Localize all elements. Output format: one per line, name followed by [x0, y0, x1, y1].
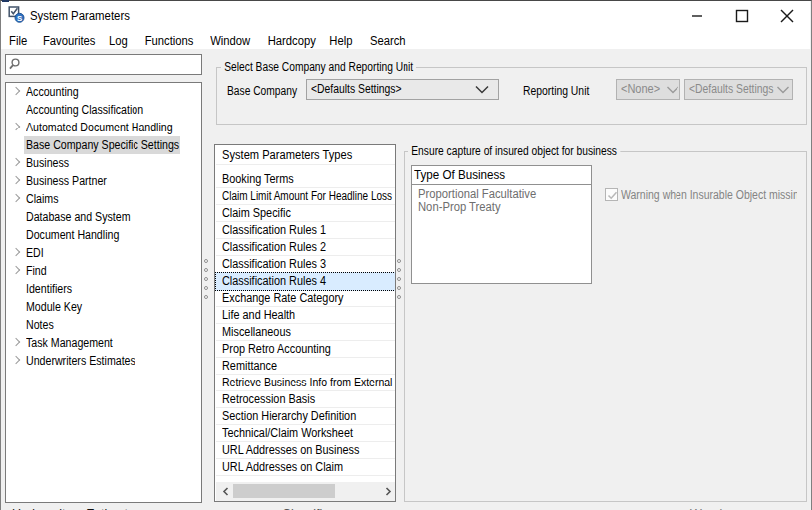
svg-text:S: S	[17, 14, 22, 23]
